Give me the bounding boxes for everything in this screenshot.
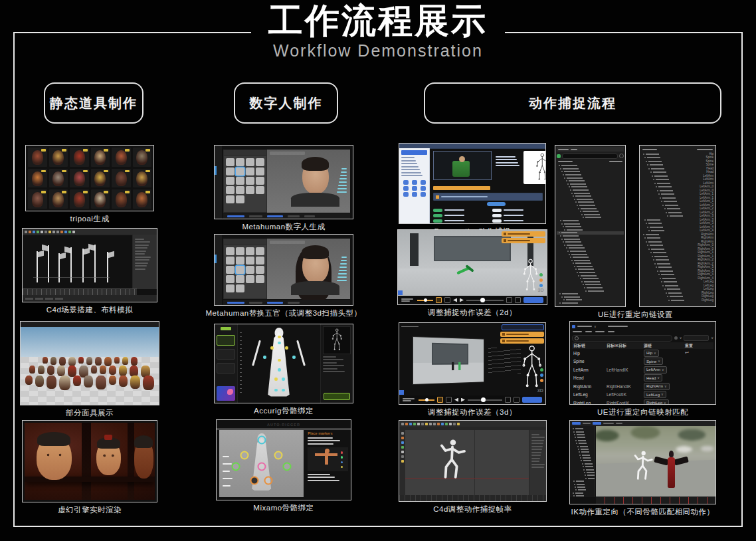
bone-bar [577, 199, 593, 200]
toolbar-icon [433, 423, 436, 425]
badge [125, 149, 130, 152]
expander [657, 190, 658, 191]
bone-bar [569, 247, 585, 249]
toolbar-icon [401, 451, 404, 453]
expander [657, 270, 658, 272]
playback-controls[interactable] [399, 395, 545, 404]
play-icon[interactable] [461, 398, 465, 402]
bone-bar [579, 205, 595, 206]
table-header: 目标链目标IK目标源链重置 [572, 342, 713, 349]
bone-bar [581, 451, 589, 453]
expander [559, 302, 561, 304]
text-bar [531, 437, 545, 438]
search-row[interactable]: ∨ ∨ [572, 334, 713, 342]
mask-blob [109, 366, 116, 375]
table-row: LeftArmLeftHandIKLeftArm∨ [572, 366, 713, 374]
mask-blob [43, 357, 48, 364]
source-chain-select[interactable]: LeftLeg∨ [644, 391, 666, 398]
text-bar [338, 273, 347, 274]
play-icon[interactable] [460, 298, 464, 302]
face-thumb [256, 167, 264, 175]
text-bar [341, 168, 347, 169]
expander [647, 227, 648, 228]
bone-bar [650, 227, 663, 228]
text-bar [341, 260, 347, 261]
face-thumb [256, 257, 264, 265]
expander [585, 290, 587, 292]
face-thumb [246, 257, 254, 265]
search-input[interactable] [572, 335, 672, 342]
expander [579, 455, 581, 456]
mode-3d-toggle[interactable]: 3D [538, 288, 544, 292]
expander [583, 284, 584, 285]
face-thumb [246, 266, 254, 274]
bone-bar [578, 269, 594, 270]
bone-bar [575, 428, 583, 429]
side-tab[interactable] [399, 390, 404, 395]
expander [563, 226, 564, 227]
search-input[interactable] [562, 154, 618, 159]
expander [575, 201, 577, 203]
text-bar [401, 166, 419, 167]
chain-list-panel: HipSpineSpineSpineHeadHeadLeftArmLeftArm… [639, 145, 716, 307]
text-bar [401, 160, 416, 162]
prev-frame-icon[interactable] [454, 398, 458, 402]
playback-controls[interactable] [398, 296, 547, 304]
text-bar [340, 175, 347, 176]
source-chain-select[interactable]: LeftArm∨ [644, 366, 667, 374]
bone-bar [581, 275, 597, 276]
bone-bar [670, 215, 683, 217]
text-bar [531, 458, 540, 459]
mode-toggle [487, 202, 506, 206]
action-buttons[interactable] [502, 231, 545, 243]
text-bar [531, 440, 544, 441]
expander [564, 229, 565, 231]
figure-c4d-framerate: C4d调整动作捕捉帧率 [399, 420, 547, 514]
source-chain-select[interactable]: Hip∨ [644, 350, 659, 357]
submit-button[interactable] [523, 297, 543, 303]
bone-bar [574, 260, 590, 261]
quality-slider[interactable] [419, 399, 434, 401]
source-chain-select[interactable]: RightLeg∨ [644, 399, 669, 405]
target-chain-cell: LeftLeg [572, 392, 607, 397]
bone-bar [585, 217, 601, 218]
rig-stage [238, 324, 320, 403]
gear-icon[interactable] [674, 336, 678, 340]
chain-assignments: HipSpineSpineSpineHeadHeadLeftArmLeftArm… [641, 152, 714, 305]
toolbar-icon [405, 423, 408, 425]
expander [585, 475, 586, 476]
side-tab[interactable] [398, 290, 403, 295]
mask-image [94, 171, 106, 186]
character-viewport [267, 150, 350, 213]
tripo-mask-grid [25, 145, 154, 211]
character-preview [323, 326, 351, 354]
source-chain-select[interactable]: RightArm∨ [644, 383, 670, 390]
mask-face [37, 435, 72, 480]
mapping-group-select[interactable] [684, 335, 709, 341]
prev-frame-icon[interactable] [453, 298, 457, 302]
action-buttons[interactable] [500, 324, 544, 344]
face-thumb [226, 195, 235, 203]
quality-slider[interactable] [417, 300, 433, 301]
figure-accurig: Accurig骨骼绑定 [214, 324, 353, 416]
timeline-scrubber[interactable] [466, 300, 504, 301]
source-chain-select[interactable]: Spine∨ [644, 358, 663, 365]
bone-bar [647, 157, 660, 158]
text-bar [135, 247, 147, 249]
mask-blob [47, 376, 56, 389]
timeline-scrubber[interactable] [468, 399, 502, 401]
reset-icon[interactable]: ↩ [685, 350, 689, 355]
text-bar [323, 371, 345, 372]
toolbar-icon [401, 423, 404, 425]
mode-3d-toggle[interactable]: 3D [537, 388, 543, 393]
option-list [496, 151, 520, 184]
search-row[interactable] [557, 153, 624, 159]
source-chain-select[interactable]: Head∨ [644, 374, 662, 381]
slide: 工作流程展示 Workflow Demonstration 静态道具制作 数字人… [0, 0, 756, 541]
expander [573, 492, 574, 494]
annotation-text [331, 166, 347, 195]
chain-label: RightArm_0 [698, 244, 714, 247]
bone-bar [646, 234, 659, 235]
settings-right [492, 207, 541, 223]
submit-button[interactable] [522, 397, 542, 403]
